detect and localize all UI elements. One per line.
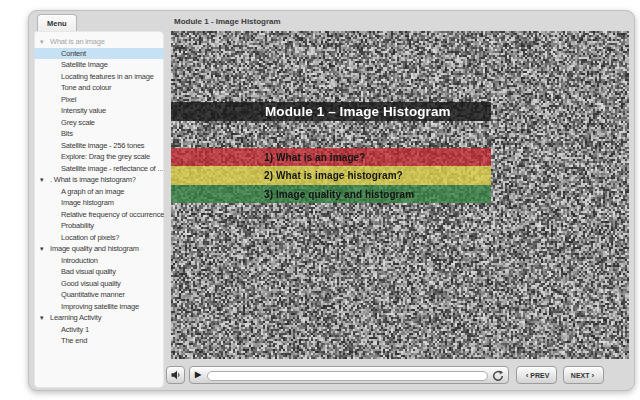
- prev-button-label: PREV: [530, 372, 549, 379]
- slide-bullet-text: 3) Image quality and histogram: [264, 185, 414, 203]
- slide-bullet-text: 1) What is an image?: [264, 148, 365, 166]
- sidebar: ▾What is an imageContentSatellite ImageL…: [34, 31, 164, 388]
- sidebar-item[interactable]: Tone and colour: [34, 82, 164, 94]
- slide-bullet-band: 2) What is image histogram?: [171, 166, 491, 185]
- volume-button[interactable]: [166, 366, 185, 384]
- sidebar-item[interactable]: Quantitative manner: [34, 289, 164, 301]
- sidebar-item[interactable]: Satellite Image: [34, 59, 164, 71]
- prev-button[interactable]: ‹ PREV: [516, 366, 557, 384]
- sidebar-section-label: Image quality and histogram: [50, 244, 139, 253]
- tab-menu[interactable]: Menu: [37, 14, 77, 32]
- sidebar-section-label: Learning Activity: [50, 313, 101, 322]
- slide-title-band: Module 1 – Image Histogram: [171, 102, 491, 121]
- speaker-icon: [170, 369, 182, 382]
- page: Menu ▾What is an imageContentSatellite I…: [0, 0, 640, 400]
- sidebar-section-label: . What is image histogram?: [50, 175, 136, 184]
- sidebar-item[interactable]: A graph of an image: [34, 186, 164, 198]
- course-player-window: Menu ▾What is an imageContentSatellite I…: [28, 10, 635, 391]
- collapse-arrow-icon: ▾: [40, 36, 50, 48]
- sidebar-item[interactable]: Content: [34, 48, 164, 60]
- chevron-left-icon: ‹: [526, 371, 529, 380]
- menu-tree: ▾What is an imageContentSatellite ImageL…: [34, 31, 164, 347]
- sidebar-item[interactable]: The end: [34, 335, 164, 347]
- sidebar-item[interactable]: Explore: Drag the grey scale: [34, 151, 164, 163]
- playback-bar: ▶: [189, 366, 509, 384]
- sidebar-item[interactable]: Bad visual quality: [34, 266, 164, 278]
- page-title: Module 1 - Image Histogram: [174, 17, 281, 26]
- sidebar-item[interactable]: Bits: [34, 128, 164, 140]
- sidebar-item[interactable]: Relative frequency of occurrence: [34, 209, 164, 221]
- sidebar-item[interactable]: Good visual quality: [34, 278, 164, 290]
- next-button-label: NEXT: [571, 372, 590, 379]
- sidebar-section-header[interactable]: ▾Image quality and histogram: [34, 243, 164, 255]
- sidebar-section-header[interactable]: ▾. What is image histogram?: [34, 174, 164, 186]
- chevron-right-icon: ›: [592, 371, 595, 380]
- sidebar-item[interactable]: Improving satellite image: [34, 301, 164, 313]
- sidebar-item[interactable]: Locating features in an image: [34, 71, 164, 83]
- sidebar-item[interactable]: Pixel: [34, 94, 164, 106]
- sidebar-item[interactable]: Probability: [34, 220, 164, 232]
- slide-area: Module 1 – Image Histogram 1) What is an…: [171, 31, 629, 359]
- sidebar-item[interactable]: Introduction: [34, 255, 164, 267]
- play-icon[interactable]: ▶: [195, 366, 201, 384]
- sidebar-item[interactable]: Satellite image - 256 tones: [34, 140, 164, 152]
- sidebar-section-label: What is an image: [50, 37, 105, 46]
- sidebar-item[interactable]: Image histogram: [34, 197, 164, 209]
- slide-title: Module 1 – Image Histogram: [265, 102, 451, 121]
- sidebar-item[interactable]: Grey scale: [34, 117, 164, 129]
- sidebar-item[interactable]: Satellite image - reflectance of ...: [34, 163, 164, 175]
- replay-icon[interactable]: [492, 370, 504, 383]
- sidebar-section-header[interactable]: ▾What is an image: [34, 36, 164, 48]
- slide-bullet-text: 2) What is image histogram?: [264, 166, 403, 185]
- collapse-arrow-icon: ▾: [40, 174, 50, 186]
- sidebar-section-header[interactable]: ▾Learning Activity: [34, 312, 164, 324]
- collapse-arrow-icon: ▾: [40, 243, 50, 255]
- sidebar-item[interactable]: Location of pixels?: [34, 232, 164, 244]
- sidebar-item[interactable]: Intensity value: [34, 105, 164, 117]
- slide-bullets: 1) What is an image?2) What is image his…: [171, 148, 491, 203]
- collapse-arrow-icon: ▾: [40, 312, 50, 324]
- sidebar-item[interactable]: Activity 1: [34, 324, 164, 336]
- slide-bullet-band: 1) What is an image?: [171, 148, 491, 166]
- next-button[interactable]: NEXT ›: [563, 366, 604, 384]
- seek-bar[interactable]: [207, 371, 488, 381]
- slide-bullet-band: 3) Image quality and histogram: [171, 185, 491, 203]
